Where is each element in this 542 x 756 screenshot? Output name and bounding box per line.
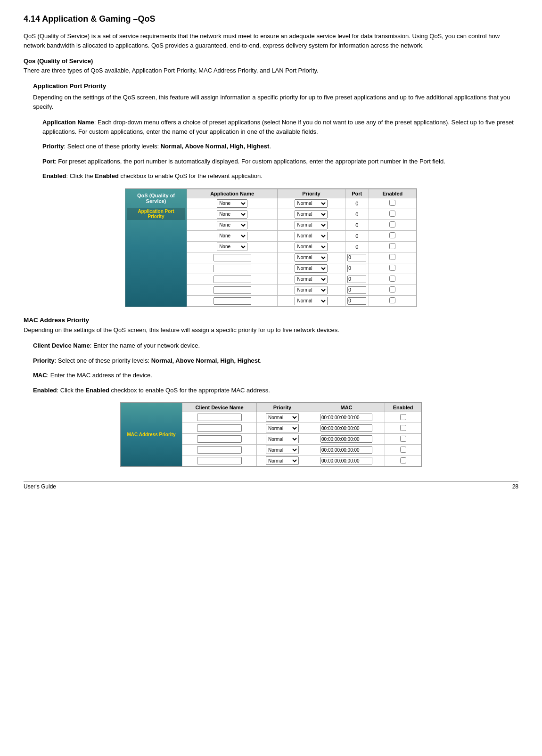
- mac-priority-section: MAC Address Priority Depending on the se…: [24, 317, 518, 395]
- mac-priority-select[interactable]: Normal Above Normal High Highest: [266, 424, 299, 432]
- mac-address-cell: [308, 412, 385, 423]
- app-name-input[interactable]: [214, 265, 251, 272]
- client-name-input[interactable]: [197, 446, 242, 454]
- app-name-desc: : Each drop-down menu offers a choice of…: [42, 119, 514, 135]
- app-name-input[interactable]: [214, 276, 251, 283]
- priority-select[interactable]: Normal Above Normal High Highest: [295, 286, 328, 294]
- qos-col-app: Application Name: [187, 189, 278, 198]
- priority-cell: Normal Above Normal High Highest: [278, 274, 345, 285]
- client-name-input[interactable]: [197, 435, 242, 443]
- enabled-checkbox[interactable]: [389, 243, 395, 249]
- mac-priority-cell: Normal Above Normal High Highest: [257, 412, 308, 423]
- port-cell: 0: [345, 230, 369, 241]
- mac-address-input[interactable]: [320, 457, 372, 464]
- enabled-checkbox[interactable]: [389, 254, 395, 260]
- mac-enabled-bold: Enabled: [85, 387, 109, 394]
- port-input[interactable]: [347, 297, 366, 305]
- app-name-input[interactable]: [214, 297, 251, 305]
- enabled-cell: [369, 209, 416, 219]
- priority-cell: Normal Above Normal High Highest: [278, 230, 345, 241]
- app-name-cell: [187, 252, 278, 263]
- mac-sidebar-title: MAC Address Priority: [127, 432, 176, 437]
- table-row: Normal Above Normal High Highest: [187, 274, 417, 285]
- priority-select[interactable]: Normal Above Normal High Highest: [295, 199, 328, 208]
- mac-table: Client Device Name Priority MAC Enabled …: [182, 403, 421, 466]
- mac-address-cell: [308, 434, 385, 445]
- app-name-input[interactable]: [214, 286, 251, 294]
- enabled-checkbox[interactable]: [389, 286, 395, 293]
- app-name-select[interactable]: None: [217, 221, 247, 229]
- table-row: None Normal Above Normal High Highest 0: [187, 198, 417, 209]
- mac-address-input[interactable]: [320, 446, 372, 454]
- priority-cell: Normal Above Normal High Highest: [278, 209, 345, 219]
- enabled-checkbox[interactable]: [389, 221, 395, 228]
- client-name-input[interactable]: [197, 457, 242, 464]
- client-name-cell: [182, 445, 257, 455]
- priority-select[interactable]: Normal Above Normal High Highest: [295, 232, 328, 240]
- client-device-desc: : Enter the name of your network device.: [90, 342, 200, 349]
- enabled-checkbox[interactable]: [389, 200, 395, 206]
- port-cell: [345, 285, 369, 295]
- mac-table-container: MAC Address Priority Client Device Name …: [120, 402, 422, 467]
- app-name-input[interactable]: [214, 254, 251, 261]
- enabled-checkbox[interactable]: [389, 276, 395, 282]
- enabled-checkbox[interactable]: [389, 297, 395, 303]
- priority-select[interactable]: Normal Above Normal High Highest: [295, 243, 328, 251]
- mac-priority-values: Normal, Above Normal, High, Highest: [151, 357, 260, 364]
- mac-priority-select[interactable]: Normal Above Normal High Highest: [266, 456, 299, 465]
- page-title: 4.14 Application & Gaming –QoS: [24, 14, 518, 24]
- mac-priority-select[interactable]: Normal Above Normal High Highest: [266, 413, 299, 422]
- mac-col-client: Client Device Name: [182, 403, 257, 412]
- app-name-cell: None: [187, 230, 278, 241]
- app-name-select[interactable]: None: [217, 199, 247, 208]
- enabled-checkbox[interactable]: [389, 211, 395, 217]
- mac-priority-select[interactable]: Normal Above Normal High Highest: [266, 435, 299, 443]
- enabled-checkbox[interactable]: [389, 232, 395, 238]
- enabled-desc-suffix: checkbox to enable QoS for the relevant …: [119, 172, 263, 179]
- mac-priority-desc-text: : Select one of these priority levels:: [55, 357, 151, 364]
- client-name-input[interactable]: [197, 414, 242, 421]
- priority-select[interactable]: Normal Above Normal High Highest: [295, 253, 328, 262]
- mac-enabled-checkbox[interactable]: [400, 436, 406, 442]
- priority-select[interactable]: Normal Above Normal High Highest: [295, 210, 328, 219]
- mac-enabled-cell: [385, 455, 421, 466]
- mac-enabled-checkbox[interactable]: [400, 414, 406, 420]
- port-cell: 0: [345, 198, 369, 209]
- mac-param: MAC: Enter the MAC address of the device…: [33, 371, 518, 380]
- priority-select[interactable]: Normal Above Normal High Highest: [295, 221, 328, 229]
- app-name-select[interactable]: None: [217, 210, 247, 219]
- app-name-select[interactable]: None: [217, 232, 247, 240]
- app-name-cell: None: [187, 198, 278, 209]
- port-desc: : For preset applications, the port numb…: [55, 158, 445, 165]
- priority-select[interactable]: Normal Above Normal High Highest: [295, 275, 328, 284]
- app-name-cell: None: [187, 219, 278, 230]
- port-input[interactable]: [347, 276, 366, 283]
- port-input[interactable]: [347, 286, 366, 294]
- port-cell: [345, 252, 369, 263]
- table-row: None Normal Above Normal High Highest 0: [187, 209, 417, 219]
- enabled-bold: Enabled: [95, 172, 119, 179]
- enabled-cell: [369, 241, 416, 252]
- mac-address-input[interactable]: [320, 424, 372, 432]
- mac-enabled-checkbox[interactable]: [400, 425, 406, 431]
- mac-address-input[interactable]: [320, 414, 372, 421]
- port-input[interactable]: [347, 265, 366, 272]
- mac-address-input[interactable]: [320, 435, 372, 443]
- qos-sidebar: QoS (Quality of Service) Application Por…: [125, 189, 187, 307]
- table-row: Normal Above Normal High Highest: [182, 423, 421, 434]
- mac-enabled-checkbox[interactable]: [400, 447, 406, 453]
- enabled-checkbox[interactable]: [389, 265, 395, 271]
- mac-enabled-checkbox[interactable]: [400, 457, 406, 463]
- client-name-input[interactable]: [197, 424, 242, 432]
- priority-select[interactable]: Normal Above Normal High Highest: [295, 297, 328, 305]
- enabled-cell: [369, 252, 416, 263]
- app-name-select[interactable]: None: [217, 243, 247, 251]
- app-name-label: Application Name: [42, 119, 94, 126]
- priority-select[interactable]: Normal Above Normal High Highest: [295, 264, 328, 273]
- client-device-label: Client Device Name: [33, 342, 90, 349]
- mac-address-cell: [308, 445, 385, 455]
- mac-enabled-desc-prefix: : Click the: [57, 387, 86, 394]
- app-name-param: Application Name: Each drop-down menu of…: [42, 118, 518, 136]
- mac-priority-select[interactable]: Normal Above Normal High Highest: [266, 446, 299, 454]
- port-input[interactable]: [347, 254, 366, 261]
